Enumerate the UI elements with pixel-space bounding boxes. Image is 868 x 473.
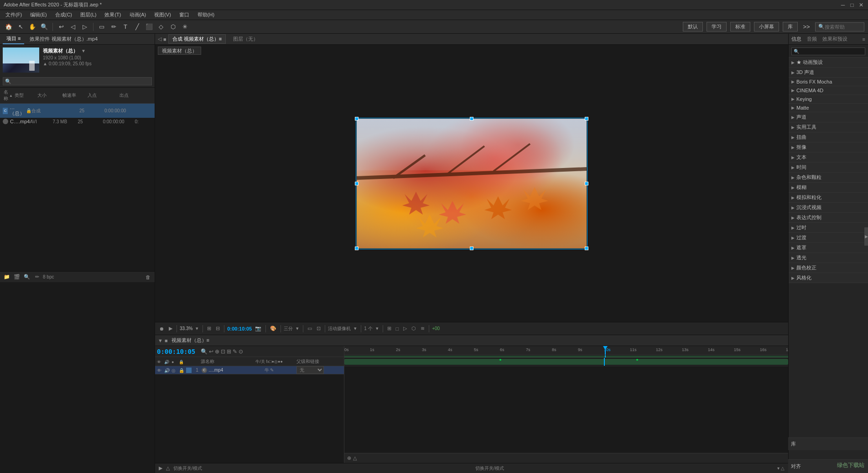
workspace-more[interactable]: >> [801,22,811,32]
eraser-btn[interactable]: ◇ [156,22,166,32]
right-panel-fold[interactable]: ▶ [864,227,868,246]
effect-cat-mask2-header[interactable]: ▶ 遮罩 [789,243,868,252]
layer-lock-1[interactable]: 🔒 [179,368,186,373]
handle-bottom-center[interactable] [470,247,473,250]
tl-graph-btn[interactable]: △ [353,455,357,461]
close-btn[interactable]: ✕ [858,2,864,8]
tab-project[interactable]: 项目 ≡ [3,34,24,44]
back-btn[interactable]: ◁ [68,22,78,32]
grid-dropdown[interactable]: ▾ [295,325,300,332]
workspace-learn[interactable]: 学习 [707,22,727,32]
effect-cat-expr-header[interactable]: ▶ 表达式控制 [789,213,868,222]
effect-cat-light-header[interactable]: ▶ 透光 [789,253,868,263]
effect-cat-key2-header[interactable]: ▶ 抠像 [789,142,868,152]
audio-label[interactable]: 音频 [807,36,817,42]
menu-effect[interactable]: 效果(T) [101,11,125,19]
preview-toggle-btn[interactable]: ▶ [167,325,174,332]
handle-bottom-left[interactable] [355,247,359,250]
rotate-btn[interactable]: ↩ [56,22,66,32]
hand-btn[interactable]: ✋ [27,22,37,32]
menu-view[interactable]: 视图(V) [151,11,175,19]
parent-select-1[interactable]: 无 [296,366,324,374]
effect-cat-text-header[interactable]: ▶ 文本 [789,152,868,162]
sub-tab-video[interactable]: 视频素材（总） [158,47,201,55]
effect-cat-audio-header[interactable]: ▶ 声道 [789,112,868,122]
lc-icon-4[interactable]: ⊞ [227,348,231,355]
lc-icon-2[interactable]: ⊕ [215,348,219,355]
effect-cat-distort-header[interactable]: ▶ 扭曲 [789,132,868,142]
edit-btn[interactable]: ✏ [33,273,41,281]
effect-cat-matte-header[interactable]: ▶ Matte [789,104,868,112]
track-clip-1[interactable] [344,359,788,365]
effect-cat-noise-header[interactable]: ▶ 杂色和颗粒 [789,173,868,182]
lc-icon-5[interactable]: ✎ [233,348,237,355]
effect-cat-style-header[interactable]: ▶ 风格化 [789,273,868,283]
workspace-library[interactable]: 库 [783,22,798,32]
minimize-btn[interactable]: ─ [840,2,846,8]
project-row-avi[interactable]: C….mp4 AVI 7.3 MB 25 0:00:00:00 0: [0,118,155,125]
preview-dropdown-arrow[interactable]: ▼ [81,48,86,53]
project-row-comp[interactable]: C …（总） 🔒 合成 25 0:00:00:00 [0,104,155,118]
menu-layer[interactable]: 图层(L) [77,11,100,19]
handle-middle-left[interactable] [355,182,359,185]
roto-btn[interactable]: ⬡ [168,22,178,32]
handle-middle-right[interactable] [585,182,588,185]
effect-cat-transition-header[interactable]: ▶ 过渡 [789,233,868,242]
tab-composition[interactable]: 合成 视频素材（总）≡ [168,34,226,44]
handle-bottom-right[interactable] [585,247,588,250]
select-btn[interactable]: ↖ [16,22,26,32]
tl-playback-btn[interactable]: ⊕ [347,455,351,461]
handle-top-center[interactable] [470,117,473,121]
effects-label[interactable]: 效果和预设 [822,36,847,42]
effect-cat-presets-header[interactable]: ▶ ★ 动画预设 [789,58,868,67]
comp-panel-back[interactable]: ◁ [158,36,161,42]
puppet-btn[interactable]: ✳ [180,22,190,32]
fit-btn[interactable]: ⊞ [206,325,213,332]
maximize-btn[interactable]: □ [849,2,855,8]
zoom-btn[interactable]: 🔍 [39,22,49,32]
3d-btn[interactable]: ⬡ [410,325,417,332]
effect-cat-color-header[interactable]: ▶ 颜色校正 [789,263,868,273]
new-comp-btn[interactable]: 🎬 [13,273,21,281]
lc-icon-1[interactable]: ↩ [209,348,213,355]
camera-icon[interactable]: 📷 [254,325,263,332]
handle-top-right[interactable] [585,117,588,121]
workspace-standard[interactable]: 标准 [730,22,750,32]
rect-btn[interactable]: ▭ [97,22,107,32]
effect-cat-time-header[interactable]: ▶ 时间 [789,163,868,172]
lc-icon-3[interactable]: ⊡ [221,348,225,355]
workspace-default[interactable]: 默认 [683,22,703,32]
text-btn[interactable]: T [120,22,130,32]
channels-btn[interactable]: ▭ [306,325,313,332]
forward-btn[interactable]: ▷ [80,22,90,32]
menu-composition[interactable]: 合成(C) [52,11,76,19]
info-label[interactable]: 信息 [791,36,801,42]
tab-effect-controls[interactable]: 效果控件 视频素材（总）.mp4 [26,34,101,44]
sw-1[interactable]: 牛 [265,367,269,373]
effect-cat-obsolete-header[interactable]: ▶ 过时 [789,223,868,232]
new-folder-btn[interactable]: 📁 [3,273,11,281]
paint-btn[interactable]: ╱ [132,22,142,32]
timeline-timecode[interactable]: 0:00:10:05 [157,348,195,355]
pen-btn[interactable]: ✏ [109,22,119,32]
clone-btn[interactable]: ⬛ [144,22,154,32]
status-play-icon[interactable]: ▶ [159,465,162,471]
find-btn[interactable]: 🔍 [23,273,31,281]
workspace-small[interactable]: 小屏幕 [754,22,779,32]
color-btn[interactable]: 🎨 [269,325,278,332]
grid-label[interactable]: 三分 [284,326,293,332]
menu-window[interactable]: 窗口 [176,11,193,19]
status-toggle-btn[interactable]: 切换开关/模式 [475,465,504,472]
menu-animation[interactable]: 动画(A) [126,11,150,19]
search-layer-icon[interactable]: 🔍 [201,348,208,355]
layer-aud-1[interactable]: 🔊 [164,368,172,373]
effect-cat-cinema4d-header[interactable]: ▶ CINEMA 4D [789,86,868,95]
layer-row-1[interactable]: 👁 🔊 ◎ 🔒 1 C [155,366,344,374]
effect-cat-boris-header[interactable]: ▶ Boris FX Mocha [789,78,868,86]
zoom-dropdown-btn[interactable]: ▾ [194,325,200,332]
effect-cat-blur-header[interactable]: ▶ 模糊 [789,183,868,192]
project-search-input[interactable] [3,77,152,85]
motion-btn[interactable]: ≋ [419,325,426,332]
resolution-btn[interactable]: ⊡ [315,325,322,332]
effect-cat-vr-header[interactable]: ▶ 沉浸式视频 [789,203,868,212]
